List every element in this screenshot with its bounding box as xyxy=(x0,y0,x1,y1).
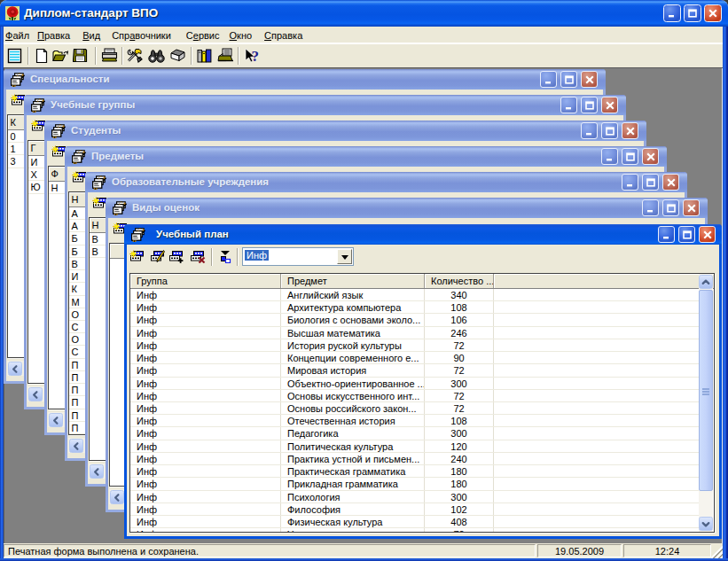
svg-text:?: ? xyxy=(252,48,260,64)
